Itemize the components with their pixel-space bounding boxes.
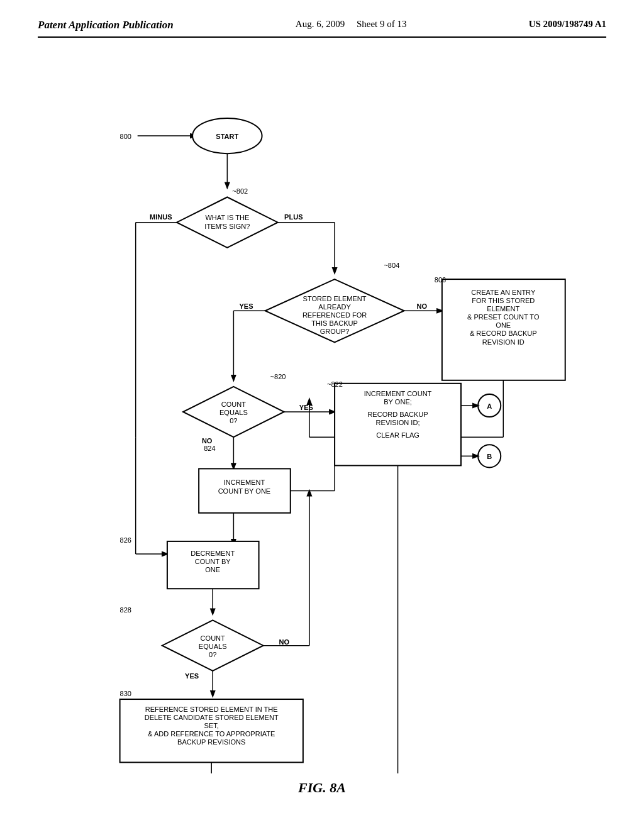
circle-b-label: B: [487, 453, 492, 460]
ib2: BY ONE;: [384, 398, 412, 406]
rs2: DELETE CANDIDATE STORED ELEMENT: [145, 714, 279, 721]
dec2: COUNT BY: [195, 558, 231, 565]
node-820-label: ~820: [270, 373, 286, 380]
stored-d2: ALREADY: [318, 303, 351, 311]
count-820-3: 0?: [230, 417, 237, 424]
node-802-label: ~802: [232, 187, 248, 195]
stored-d5: GROUP?: [320, 328, 350, 335]
yes-820-label: YES: [299, 404, 313, 411]
minus-label: MINUS: [150, 213, 172, 221]
rs3: SET,: [204, 722, 219, 729]
patent-number: US 2009/198749 A1: [529, 19, 606, 30]
node-826-label: 826: [120, 536, 131, 544]
ce7: REVISION ID: [482, 338, 525, 346]
ce2: FOR THIS STORED: [472, 297, 535, 304]
node-822-label: ~822: [327, 380, 343, 388]
ce4: & PRESET COUNT TO: [467, 313, 540, 321]
ib3: RECORD BACKUP: [367, 411, 428, 418]
no-828-label: NO: [279, 638, 289, 646]
header-center: Aug. 6, 2009 Sheet 9 of 13: [296, 19, 407, 30]
count-820-2: EQUALS: [219, 409, 248, 416]
ib5: CLEAR FLAG: [376, 431, 419, 439]
count-828-1: COUNT: [201, 634, 225, 642]
flowchart-diagram: text { font-family: Arial, sans-serif; f…: [38, 50, 606, 773]
node-804-label: ~804: [384, 262, 399, 269]
incr1: INCREMENT: [224, 479, 265, 486]
stored-d1: STORED ELEMENT: [303, 295, 367, 302]
ce6: & RECORD BACKUP: [470, 329, 537, 337]
yes-828-label: YES: [185, 672, 199, 680]
rs4: & ADD REFERENCE TO APPROPRIATE: [148, 730, 275, 738]
sign-q1: WHAT IS THE: [205, 214, 249, 221]
rs1: REFERENCE STORED ELEMENT IN THE: [145, 706, 278, 713]
count-820-1: COUNT: [221, 401, 246, 408]
ce3: ELEMENT: [487, 305, 519, 313]
publication-title: Patent Application Publication: [38, 19, 174, 31]
figure-caption: FIG. 8A: [38, 780, 606, 796]
start-label: START: [216, 133, 238, 140]
count-828-3: 0?: [209, 651, 216, 658]
count-828-2: EQUALS: [199, 643, 227, 650]
fig-label: FIG. 8A: [298, 780, 346, 795]
node-806-label: 806: [435, 276, 446, 284]
page: Patent Application Publication Aug. 6, 2…: [0, 0, 644, 830]
dec3: ONE: [205, 566, 220, 573]
circle-a-label: A: [487, 402, 492, 410]
page-header: Patent Application Publication Aug. 6, 2…: [38, 19, 606, 38]
stored-d4: THIS BACKUP: [311, 319, 358, 327]
plus-label: PLUS: [284, 213, 303, 221]
publication-date: Aug. 6, 2009: [296, 19, 345, 29]
ce1: CREATE AN ENTRY: [471, 289, 536, 296]
ib1: INCREMENT COUNT: [364, 390, 432, 397]
stored-d3: REFERENCED FOR: [303, 311, 367, 319]
no-804-label: NO: [416, 302, 427, 310]
incr2: COUNT BY ONE: [218, 487, 271, 495]
node-800-label: 800: [120, 133, 131, 140]
flowchart-svg: text { font-family: Arial, sans-serif; f…: [38, 50, 606, 773]
dec1: DECREMENT: [191, 550, 235, 557]
node-828-label: 828: [120, 606, 131, 614]
rs5: BACKUP REVISIONS: [177, 738, 245, 746]
ib4: REVISION ID;: [376, 419, 420, 426]
yes-804-label: YES: [239, 302, 253, 310]
no-820-label: NO: [202, 437, 213, 445]
node-824-label: 824: [204, 445, 215, 452]
ce5: ONE: [496, 321, 511, 329]
node-830-label: 830: [120, 690, 131, 697]
sheet-info: Sheet 9 of 13: [357, 19, 407, 29]
sign-q2: ITEM'S SIGN?: [204, 223, 250, 230]
